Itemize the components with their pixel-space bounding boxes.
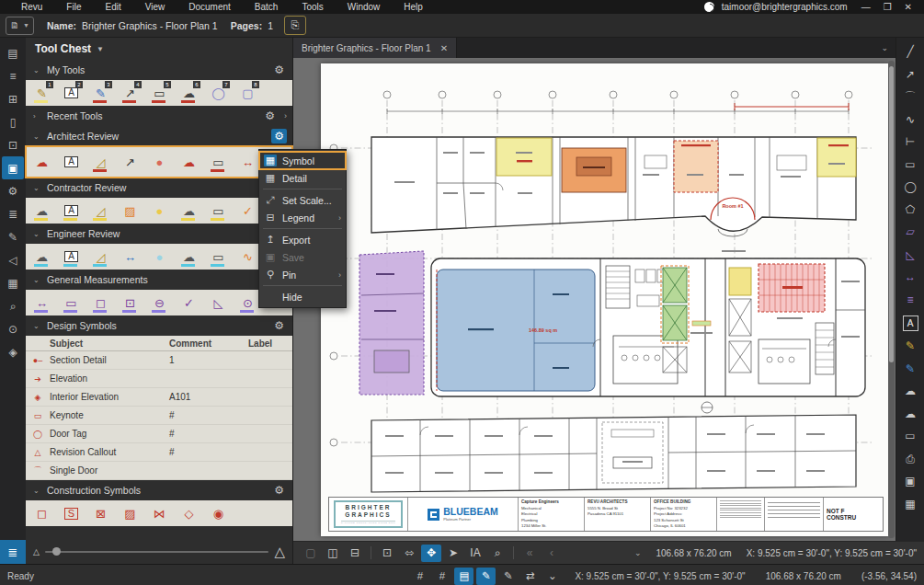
menu-view[interactable]: View: [133, 1, 177, 13]
arc-tool-icon[interactable]: ⌒: [898, 86, 922, 109]
polygon-tool-icon[interactable]: ⬠: [898, 199, 922, 222]
contractor-review-tool-5[interactable]: ●: [147, 200, 172, 222]
snapshot-tool-icon[interactable]: ▦: [898, 493, 922, 516]
my-tools-tool-3[interactable]: ✎3: [88, 82, 113, 104]
engineer-review-tool-3[interactable]: ◿: [88, 246, 113, 268]
area-measure-icon[interactable]: ▱: [898, 221, 922, 244]
general-measurements-tool-2[interactable]: ▭: [59, 292, 84, 314]
perimeter-measure-icon[interactable]: ◺: [898, 244, 922, 267]
architect-review-tool-3[interactable]: ◿: [88, 151, 113, 173]
line-tool-icon[interactable]: ╱: [898, 40, 922, 63]
zoom-slider-knob[interactable]: [52, 547, 61, 556]
pen-tool-icon[interactable]: ✎: [898, 358, 922, 381]
highlighter-tool-icon[interactable]: ✎: [898, 335, 922, 358]
table-row[interactable]: ▭Keynote#: [26, 407, 292, 425]
section-header-engineer-review[interactable]: ⌄Engineer Review⚙: [26, 224, 292, 244]
construction-symbols-tool-1[interactable]: ◻: [29, 502, 54, 524]
select-icon[interactable]: ➤: [443, 545, 463, 562]
polyline-tool-icon[interactable]: ∿: [898, 109, 922, 132]
general-measurements-tool-4[interactable]: ⊡: [118, 292, 143, 314]
toolchest-zoom-slider[interactable]: [45, 551, 269, 553]
section-gear-icon-architect-review[interactable]: ⚙: [271, 129, 287, 143]
section-header-design-symbols[interactable]: ⌄Design Symbols⚙: [26, 315, 292, 336]
general-measurements-tool-7[interactable]: ◺: [206, 292, 231, 314]
contractor-review-tool-3[interactable]: ◿: [88, 200, 113, 222]
table-row[interactable]: ◈Interior ElevationA101: [26, 388, 292, 407]
menu-tools[interactable]: Tools: [290, 1, 335, 13]
split-vertical-icon[interactable]: ◫: [323, 545, 343, 562]
panel-flag-icon[interactable]: ◁: [2, 248, 24, 271]
sync-markups-icon[interactable]: ✎: [476, 568, 496, 585]
ellipse-tool-icon[interactable]: ◯: [898, 176, 922, 199]
my-tools-tool-2[interactable]: A2: [59, 82, 84, 104]
table-row[interactable]: ◯Door Tag#: [26, 425, 292, 443]
construction-symbols-tool-7[interactable]: ◉: [206, 502, 231, 524]
account-email[interactable]: taimoor@brightergraphics.com: [722, 2, 848, 12]
cloud-plus-tool-icon[interactable]: ☁: [898, 380, 922, 403]
engineer-review-tool-1[interactable]: ☁: [29, 246, 54, 268]
zoom-out-triangle-icon[interactable]: △: [33, 547, 40, 556]
my-tools-tool-6[interactable]: ☁6: [177, 82, 201, 104]
general-measurements-tool-3[interactable]: ◻: [88, 292, 113, 314]
section-header-my-tools[interactable]: ⌄My Tools⚙: [26, 60, 292, 80]
status-more-chevron-icon[interactable]: ⌄: [542, 568, 562, 585]
panel-layers-icon[interactable]: ◈: [2, 340, 24, 363]
panel-settings-icon[interactable]: ⚙: [2, 179, 24, 202]
document-canvas[interactable]: Room #1: [293, 58, 895, 541]
markups-list-toggle[interactable]: ≣: [0, 540, 26, 564]
section-header-recent-tools[interactable]: ›Recent Tools⚙›: [26, 106, 292, 126]
section-expand-icon[interactable]: ›: [284, 111, 287, 120]
tool-chest-header[interactable]: Tool Chest ▼: [26, 38, 292, 60]
count-measure-icon[interactable]: ≡: [898, 289, 922, 312]
menu-item-legend[interactable]: ⊟Legend›: [259, 209, 346, 226]
architect-review-tool-4[interactable]: ↗: [118, 151, 143, 173]
table-row[interactable]: △Revision Callout#: [26, 443, 292, 462]
image-tool-icon[interactable]: ▣: [898, 470, 922, 493]
sync-document-icon[interactable]: ▤: [454, 568, 473, 585]
architect-review-tool-6[interactable]: ☁: [177, 151, 201, 173]
scale-chevron-icon[interactable]: ⌄: [634, 548, 642, 557]
engineer-review-tool-4[interactable]: ↔: [118, 246, 143, 268]
section-gear-icon-my-tools[interactable]: ⚙: [271, 63, 287, 77]
dimension-tool-icon[interactable]: ⊢: [898, 131, 922, 154]
general-measurements-tool-6[interactable]: ✓: [177, 292, 201, 314]
panel-search-icon[interactable]: ⌕: [2, 294, 24, 317]
contractor-review-tool-4[interactable]: ▨: [118, 200, 143, 222]
tab-close-icon[interactable]: ✕: [440, 43, 448, 53]
construction-symbols-tool-2[interactable]: S: [59, 502, 84, 524]
table-row[interactable]: ●–Section Detail1: [26, 351, 292, 370]
panel-media-icon[interactable]: ▦: [2, 271, 24, 294]
menu-item-detail[interactable]: ▦Detail: [259, 169, 346, 187]
scrollbar-thumb[interactable]: [889, 66, 894, 362]
arrow-tool-icon[interactable]: ↗: [898, 63, 922, 86]
contractor-review-tool-6[interactable]: ☁: [177, 200, 201, 222]
fit-page-icon[interactable]: ⊡: [377, 545, 397, 562]
architect-review-tool-5[interactable]: ●: [147, 151, 172, 173]
stamp-tool-icon[interactable]: ⎙: [898, 448, 922, 471]
reuse-markup-icon[interactable]: ⇄: [520, 568, 540, 585]
my-tools-tool-8[interactable]: ▢8: [235, 82, 260, 104]
panel-properties-icon[interactable]: ≡: [2, 64, 24, 87]
construction-symbols-tool-3[interactable]: ⊠: [88, 502, 113, 524]
my-tools-tool-5[interactable]: ▭5: [147, 82, 172, 104]
my-tools-tool-4[interactable]: ↗4: [118, 82, 143, 104]
menu-edit[interactable]: Edit: [93, 1, 132, 13]
tab-list-chevron-icon[interactable]: ⌄: [881, 43, 895, 52]
architect-review-tool-2[interactable]: A: [59, 151, 84, 173]
general-measurements-tool-1[interactable]: ↔: [29, 292, 54, 314]
section-header-architect-review[interactable]: ⌄Architect Review⚙: [26, 126, 292, 146]
section-gear-icon-recent-tools[interactable]: ⚙: [262, 109, 278, 123]
architect-review-tool-1[interactable]: ☁: [29, 151, 54, 173]
zoom-in-triangle-icon[interactable]: △: [274, 544, 285, 560]
table-row[interactable]: ➔Elevation: [26, 370, 292, 388]
contractor-review-tool-2[interactable]: A: [59, 200, 84, 222]
section-gear-icon-design-symbols[interactable]: ⚙: [271, 318, 287, 333]
restore-button[interactable]: ❐: [877, 2, 898, 12]
length-measure-icon[interactable]: ↔: [898, 266, 922, 289]
engineer-review-tool-5[interactable]: ●: [147, 246, 172, 268]
cloud-tool-icon[interactable]: ☁: [898, 403, 922, 426]
snap-grid-icon[interactable]: #: [432, 568, 451, 585]
menu-file[interactable]: File: [54, 1, 93, 13]
engineer-review-tool-6[interactable]: ☁: [177, 246, 201, 268]
menu-document[interactable]: Document: [177, 1, 243, 13]
